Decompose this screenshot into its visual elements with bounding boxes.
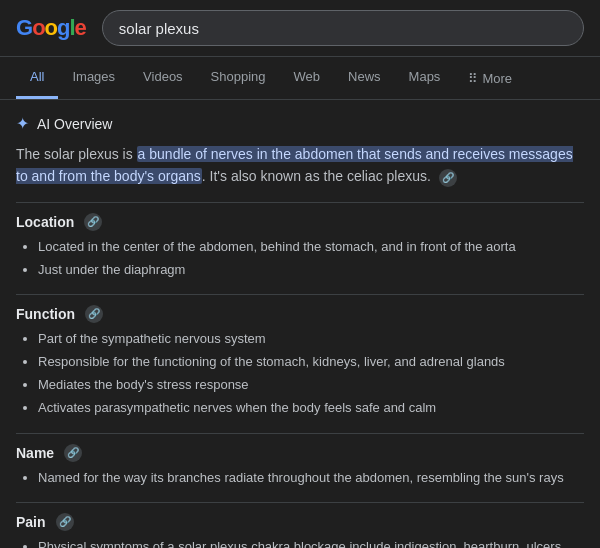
tab-all[interactable]: All — [16, 57, 58, 99]
location-link-icon[interactable]: 🔗 — [84, 213, 102, 231]
more-dots-icon: ⠿ — [468, 71, 478, 86]
section-function-list: Part of the sympathetic nervous system R… — [16, 329, 584, 418]
tab-shopping[interactable]: Shopping — [197, 57, 280, 99]
main-content: ✦ AI Overview The solar plexus is a bund… — [0, 100, 600, 548]
list-item: Just under the diaphragm — [38, 260, 584, 281]
section-function-title: Function 🔗 — [16, 305, 584, 323]
section-name-title: Name 🔗 — [16, 444, 584, 462]
ai-overview-label: AI Overview — [37, 116, 112, 132]
nav-tabs: All Images Videos Shopping Web News Maps… — [0, 57, 600, 100]
section-location-list: Located in the center of the abdomen, be… — [16, 237, 584, 281]
divider-3 — [16, 502, 584, 503]
divider-2 — [16, 433, 584, 434]
more-label: More — [482, 71, 512, 86]
section-location-title: Location 🔗 — [16, 213, 584, 231]
tab-web[interactable]: Web — [280, 57, 335, 99]
section-pain: Pain 🔗 Physical symptoms of a solar plex… — [16, 513, 584, 548]
tab-videos[interactable]: Videos — [129, 57, 197, 99]
section-pain-title: Pain 🔗 — [16, 513, 584, 531]
list-item: Part of the sympathetic nervous system — [38, 329, 584, 350]
divider-0 — [16, 202, 584, 203]
list-item: Physical symptoms of a solar plexus chak… — [38, 537, 584, 548]
link-icon[interactable]: 🔗 — [439, 169, 457, 187]
name-link-icon[interactable]: 🔗 — [64, 444, 82, 462]
section-function: Function 🔗 Part of the sympathetic nervo… — [16, 305, 584, 418]
tab-maps[interactable]: Maps — [395, 57, 455, 99]
search-input[interactable] — [102, 10, 584, 46]
section-name: Name 🔗 Named for the way its branches ra… — [16, 444, 584, 489]
tab-news[interactable]: News — [334, 57, 395, 99]
list-item: Responsible for the functioning of the s… — [38, 352, 584, 373]
divider-1 — [16, 294, 584, 295]
more-menu[interactable]: ⠿ More — [454, 59, 526, 98]
pain-link-icon[interactable]: 🔗 — [56, 513, 74, 531]
list-item: Mediates the body's stress response — [38, 375, 584, 396]
section-location: Location 🔗 Located in the center of the … — [16, 213, 584, 281]
tab-images[interactable]: Images — [58, 57, 129, 99]
list-item: Activates parasympathetic nerves when th… — [38, 398, 584, 419]
ai-star-icon: ✦ — [16, 114, 29, 133]
section-name-list: Named for the way its branches radiate t… — [16, 468, 584, 489]
google-logo: Google — [16, 15, 86, 41]
ai-intro-normal: The solar plexus is — [16, 146, 137, 162]
function-link-icon[interactable]: 🔗 — [85, 305, 103, 323]
section-pain-list: Physical symptoms of a solar plexus chak… — [16, 537, 584, 548]
ai-overview-header: ✦ AI Overview — [16, 114, 584, 133]
ai-overview-text: The solar plexus is a bundle of nerves i… — [16, 143, 584, 188]
list-item: Named for the way its branches radiate t… — [38, 468, 584, 489]
header: Google — [0, 0, 600, 57]
ai-intro-end: . It's also known as the celiac plexus. — [202, 168, 431, 184]
list-item: Located in the center of the abdomen, be… — [38, 237, 584, 258]
